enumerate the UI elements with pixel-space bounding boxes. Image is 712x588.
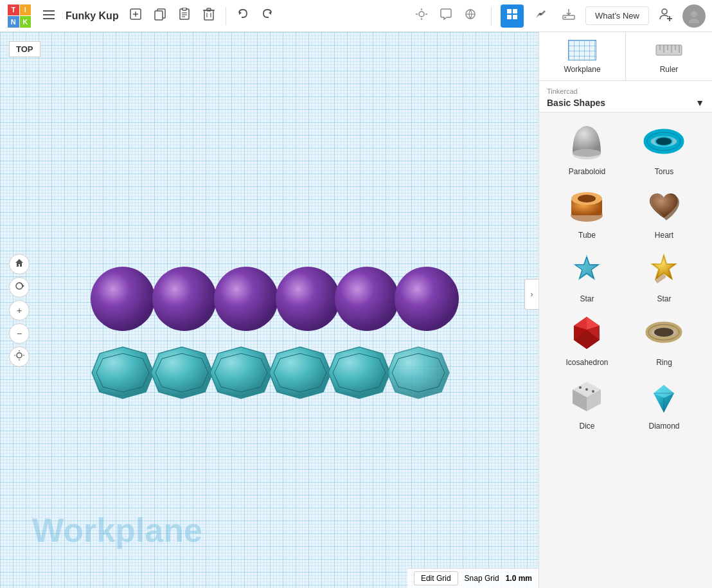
category-prefix: Tinkercad [547,87,704,95]
category-name: Basic Shapes [547,98,605,108]
avatar[interactable] [682,4,706,28]
workplane-tool[interactable]: Workplane [539,32,626,80]
torus-label: Torus [655,167,673,176]
logo-k: K [20,16,31,28]
app-logo[interactable]: T I N K [6,3,32,29]
shapes-grid[interactable]: Paraboloid [539,112,712,588]
hexagon-4[interactable] [269,347,331,398]
logo-n: N [8,16,19,28]
share-icon [464,8,477,24]
svg-marker-75 [573,254,600,280]
star-outline-thumb [562,246,613,291]
build-button[interactable] [529,4,552,28]
hexagon-3[interactable] [210,347,272,398]
svg-point-74 [578,195,596,202]
dice-label: Dice [579,422,594,431]
chevron-right-icon: › [531,290,533,299]
hexagon-5[interactable] [328,347,390,398]
toolbar-separator-2 [491,7,492,25]
sphere-4[interactable] [276,267,340,331]
svg-point-93 [579,386,582,389]
grid-view-icon [506,8,519,24]
new-icon [129,8,142,24]
add-user-button[interactable] [654,4,677,28]
shape-dice[interactable]: Dice [552,373,623,431]
project-title: Funky Kup [66,10,119,22]
hexagon-1[interactable] [92,347,154,398]
star-solid-thumb [639,246,690,291]
sphere-1[interactable] [91,267,155,331]
import-button[interactable] [557,4,580,28]
hexagon-6[interactable] [387,347,449,398]
shapes-category: Tinkercad Basic Shapes ▼ [539,81,712,112]
sidebar-collapse-button[interactable]: › [524,279,538,310]
redo-button[interactable] [256,4,279,28]
shape-star-solid[interactable]: Star [629,246,700,303]
edit-grid-button[interactable]: Edit Grid [414,571,458,585]
canvas-shapes[interactable] [0,32,538,588]
paraboloid-label: Paraboloid [569,167,605,176]
new-button[interactable] [124,4,147,28]
svg-rect-15 [207,8,211,11]
zoom-out-button[interactable]: − [9,323,30,344]
delete-button[interactable] [197,4,220,28]
shape-torus[interactable]: Torus [629,119,700,176]
import-icon [562,8,575,24]
sphere-6[interactable] [395,267,459,331]
menu-button[interactable] [37,4,60,28]
copy-button[interactable] [148,4,172,28]
svg-rect-28 [513,9,517,13]
fit-view-button[interactable] [9,346,30,367]
category-selector[interactable]: Basic Shapes ▼ [547,98,704,108]
shape-star-outline[interactable]: Star [552,246,623,303]
shape-heart[interactable]: Heart [629,183,700,240]
svg-point-89 [654,328,673,337]
svg-rect-1 [43,14,55,15]
comment-button[interactable] [434,4,458,28]
grid-view-button[interactable] [501,4,524,28]
ring-thumb [639,310,690,355]
home-view-button[interactable] [9,254,30,274]
orbit-icon [14,281,24,293]
paste-button[interactable] [173,4,196,28]
star-solid-label: Star [657,294,671,303]
ruler-tool[interactable]: Ruler [626,32,712,80]
light-icon-button[interactable] [410,4,433,28]
svg-rect-0 [43,10,55,12]
sphere-3[interactable] [214,267,278,331]
shape-tube[interactable]: Tube [552,183,623,240]
dice-thumb [562,373,613,418]
svg-rect-27 [507,9,512,13]
orbit-button[interactable] [9,277,30,298]
tube-label: Tube [578,231,596,240]
snap-grid-value: 1.0 mm [506,574,532,583]
shapes-row-2: Tube [546,183,706,240]
comment-icon [440,8,452,24]
workplane-label: Workplane [564,65,600,74]
shapes-row-4: Icosahedron [546,310,706,367]
shape-icosahedron[interactable]: Icosahedron [552,310,623,367]
bottom-bar: Edit Grid Snap Grid 1.0 mm [407,568,538,588]
home-icon [14,258,24,270]
svg-marker-55 [387,347,449,398]
panel-tools: Workplane Ruler [539,32,712,81]
canvas-area[interactable]: TOP + − [0,32,538,588]
sphere-5[interactable] [335,267,399,331]
add-user-icon [659,7,673,24]
svg-point-20 [419,12,424,17]
menu-icon [43,9,55,22]
shape-diamond[interactable]: Diamond [629,373,700,431]
shape-ring[interactable]: Ring [629,310,700,367]
diamond-thumb [639,373,690,418]
shape-paraboloid[interactable]: Paraboloid [552,119,623,176]
undo-button[interactable] [231,4,254,28]
share-button[interactable] [459,4,482,28]
hexagon-2[interactable] [151,347,213,398]
svg-marker-45 [92,347,154,398]
whats-new-button[interactable]: What's New [585,6,649,25]
sphere-2[interactable] [152,267,217,331]
shapes-row-5: Dice [546,373,706,431]
zoom-in-button[interactable]: + [9,300,30,321]
zoom-in-icon: + [17,305,22,316]
icosahedron-label: Icosahedron [565,358,608,367]
